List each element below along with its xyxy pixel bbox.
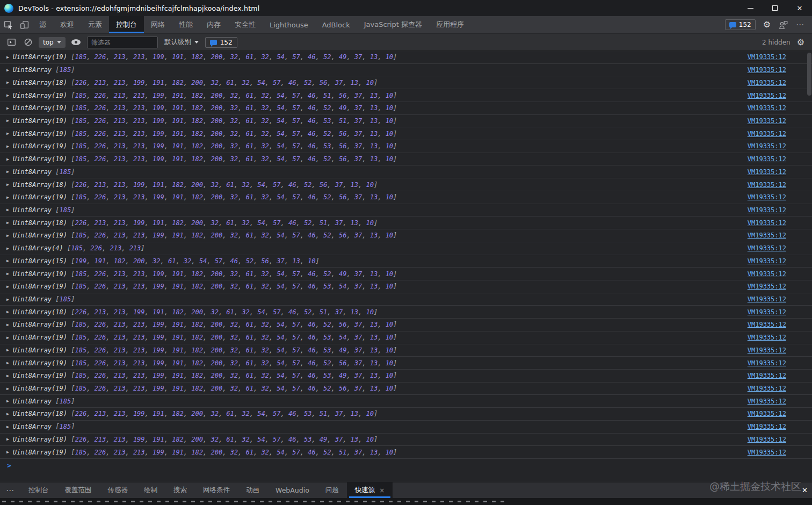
expand-arrow-icon[interactable]: ▶ bbox=[6, 424, 9, 429]
source-link[interactable]: VM19335:12 bbox=[748, 283, 786, 290]
expand-arrow-icon[interactable]: ▶ bbox=[6, 360, 9, 365]
console-log-row[interactable]: ▶Uint8Array(19) [185, 226, 213, 213, 199… bbox=[0, 280, 812, 293]
tab-1[interactable]: 欢迎 bbox=[53, 16, 81, 33]
source-link[interactable]: VM19335:12 bbox=[748, 321, 786, 328]
source-link[interactable]: VM19335:12 bbox=[748, 347, 786, 354]
inspect-element-button[interactable] bbox=[0, 16, 16, 33]
console-log-row[interactable]: ▶Uint8Array(19) [185, 226, 213, 213, 199… bbox=[0, 89, 812, 102]
toggle-device-toolbar-button[interactable] bbox=[16, 16, 32, 33]
console-log-row[interactable]: ▶Uint8Array(18) [226, 213, 213, 199, 191… bbox=[0, 408, 812, 421]
source-link[interactable]: VM19335:12 bbox=[748, 92, 786, 99]
source-link[interactable]: VM19335:12 bbox=[748, 232, 786, 239]
console-log-row[interactable]: ▶Uint8Array(19) [185, 226, 213, 213, 199… bbox=[0, 344, 812, 357]
tab-8[interactable]: Lighthouse bbox=[263, 16, 315, 33]
source-link[interactable]: VM19335:12 bbox=[748, 308, 786, 316]
source-link[interactable]: VM19335:12 bbox=[748, 66, 786, 74]
console-log-row[interactable]: ▶Uint8Array(19) [185, 226, 213, 213, 199… bbox=[0, 153, 812, 166]
expand-arrow-icon[interactable]: ▶ bbox=[6, 348, 9, 352]
expand-arrow-icon[interactable]: ▶ bbox=[6, 399, 9, 403]
drawer-tab-0[interactable]: 控制台 bbox=[20, 482, 57, 498]
tab-4[interactable]: 网络 bbox=[144, 16, 172, 33]
console-prompt[interactable]: > bbox=[0, 459, 812, 472]
console-log-row[interactable]: ▶Uint8Array(18) [226, 213, 213, 199, 191… bbox=[0, 178, 812, 191]
expand-arrow-icon[interactable]: ▶ bbox=[6, 143, 9, 148]
console-log-row[interactable]: ▶Uint8Array(19) [185, 226, 213, 213, 199… bbox=[0, 370, 812, 383]
console-log-row[interactable]: ▶Uint8Array [185]VM19335:12 bbox=[0, 421, 812, 434]
expand-arrow-icon[interactable]: ▶ bbox=[6, 67, 9, 72]
source-link[interactable]: VM19335:12 bbox=[748, 436, 786, 443]
source-link[interactable]: VM19335:12 bbox=[748, 104, 786, 112]
feedback-icon[interactable] bbox=[778, 20, 788, 30]
drawer-tab-7[interactable]: WebAudio bbox=[267, 482, 317, 498]
expand-arrow-icon[interactable]: ▶ bbox=[6, 156, 9, 161]
expand-arrow-icon[interactable]: ▶ bbox=[6, 322, 9, 327]
source-link[interactable]: VM19335:12 bbox=[748, 359, 786, 367]
tab-3[interactable]: 控制台 bbox=[109, 16, 144, 33]
expand-arrow-icon[interactable]: ▶ bbox=[6, 54, 9, 59]
console-log-row[interactable]: ▶Uint8Array(19) [185, 226, 213, 213, 199… bbox=[0, 229, 812, 242]
filter-input[interactable] bbox=[87, 37, 158, 48]
clear-console-button[interactable] bbox=[22, 37, 34, 48]
console-log-row[interactable]: ▶Uint8Array [185]VM19335:12 bbox=[0, 293, 812, 306]
console-log-row[interactable]: ▶Uint8Array [185]VM19335:12 bbox=[0, 395, 812, 408]
console-log-row[interactable]: ▶Uint8Array(19) [185, 226, 213, 213, 199… bbox=[0, 331, 812, 344]
expand-arrow-icon[interactable]: ▶ bbox=[6, 450, 9, 454]
expand-arrow-icon[interactable]: ▶ bbox=[6, 373, 9, 378]
source-link[interactable]: VM19335:12 bbox=[748, 206, 786, 214]
settings-gear-icon[interactable]: ⚙ bbox=[763, 20, 771, 29]
message-count-badge[interactable]: 152 bbox=[205, 37, 237, 48]
expand-arrow-icon[interactable]: ▶ bbox=[6, 271, 9, 276]
console-log-row[interactable]: ▶Uint8Array [185]VM19335:12 bbox=[0, 165, 812, 178]
expand-arrow-icon[interactable]: ▶ bbox=[6, 105, 9, 110]
source-link[interactable]: VM19335:12 bbox=[748, 372, 786, 379]
tab-5[interactable]: 性能 bbox=[172, 16, 200, 33]
drawer-tab-5[interactable]: 网络条件 bbox=[195, 482, 238, 498]
console-log-row[interactable]: ▶Uint8Array(19) [185, 226, 213, 213, 199… bbox=[0, 51, 812, 64]
tab-6[interactable]: 内存 bbox=[200, 16, 228, 33]
expand-arrow-icon[interactable]: ▶ bbox=[6, 386, 9, 391]
expand-arrow-icon[interactable]: ▶ bbox=[6, 284, 9, 288]
expand-arrow-icon[interactable]: ▶ bbox=[6, 194, 9, 199]
tab-0[interactable]: 源 bbox=[32, 16, 53, 33]
minimize-button[interactable] bbox=[738, 0, 763, 16]
source-link[interactable]: VM19335:12 bbox=[748, 53, 786, 61]
console-log-row[interactable]: ▶Uint8Array(19) [185, 226, 213, 213, 199… bbox=[0, 191, 812, 204]
console-log-row[interactable]: ▶Uint8Array(19) [185, 226, 213, 213, 199… bbox=[0, 319, 812, 331]
drawer-tab-3[interactable]: 绘制 bbox=[136, 482, 165, 498]
source-link[interactable]: VM19335:12 bbox=[748, 410, 786, 417]
source-link[interactable]: VM19335:12 bbox=[748, 244, 786, 252]
expand-arrow-icon[interactable]: ▶ bbox=[6, 233, 9, 237]
source-link[interactable]: VM19335:12 bbox=[748, 219, 786, 227]
expand-arrow-icon[interactable]: ▶ bbox=[6, 246, 9, 250]
source-link[interactable]: VM19335:12 bbox=[748, 295, 786, 303]
close-button[interactable]: ✕ bbox=[787, 0, 812, 16]
log-level-dropdown[interactable]: 默认级别 bbox=[163, 38, 200, 47]
drawer-tab-4[interactable]: 搜索 bbox=[165, 482, 195, 498]
expand-arrow-icon[interactable]: ▶ bbox=[6, 169, 9, 174]
source-link[interactable]: VM19335:12 bbox=[748, 79, 786, 86]
javascript-context-dropdown[interactable]: top bbox=[39, 37, 66, 48]
source-link[interactable]: VM19335:12 bbox=[748, 449, 786, 456]
source-link[interactable]: VM19335:12 bbox=[748, 142, 786, 150]
source-link[interactable]: VM19335:12 bbox=[748, 270, 786, 278]
source-link[interactable]: VM19335:12 bbox=[748, 398, 786, 405]
expand-arrow-icon[interactable]: ▶ bbox=[6, 207, 9, 212]
drawer-tab-6[interactable]: 动画 bbox=[238, 482, 267, 498]
show-console-sidebar-button[interactable] bbox=[5, 37, 17, 48]
console-log-row[interactable]: ▶Uint8Array(18) [226, 213, 213, 199, 191… bbox=[0, 306, 812, 319]
console-log-row[interactable]: ▶Uint8Array(19) [185, 226, 213, 213, 199… bbox=[0, 268, 812, 280]
expand-arrow-icon[interactable]: ▶ bbox=[6, 182, 9, 187]
drawer-tab-8[interactable]: 问题 bbox=[317, 482, 347, 498]
drawer-tab-9[interactable]: 快速源× bbox=[347, 482, 393, 498]
console-log-row[interactable]: ▶Uint8Array(19) [185, 226, 213, 213, 199… bbox=[0, 102, 812, 115]
source-link[interactable]: VM19335:12 bbox=[748, 385, 786, 392]
console-log-row[interactable]: ▶Uint8Array(19) [185, 226, 213, 213, 199… bbox=[0, 115, 812, 128]
console-message-badge[interactable]: 152 bbox=[725, 19, 756, 30]
maximize-button[interactable] bbox=[763, 0, 787, 16]
source-link[interactable]: VM19335:12 bbox=[748, 193, 786, 201]
expand-arrow-icon[interactable]: ▶ bbox=[6, 258, 9, 263]
drawer-tab-1[interactable]: 覆盖范围 bbox=[57, 482, 100, 498]
source-link[interactable]: VM19335:12 bbox=[748, 117, 786, 125]
vertical-scrollbar-thumb[interactable] bbox=[807, 53, 811, 96]
drawer-tab-2[interactable]: 传感器 bbox=[100, 482, 136, 498]
